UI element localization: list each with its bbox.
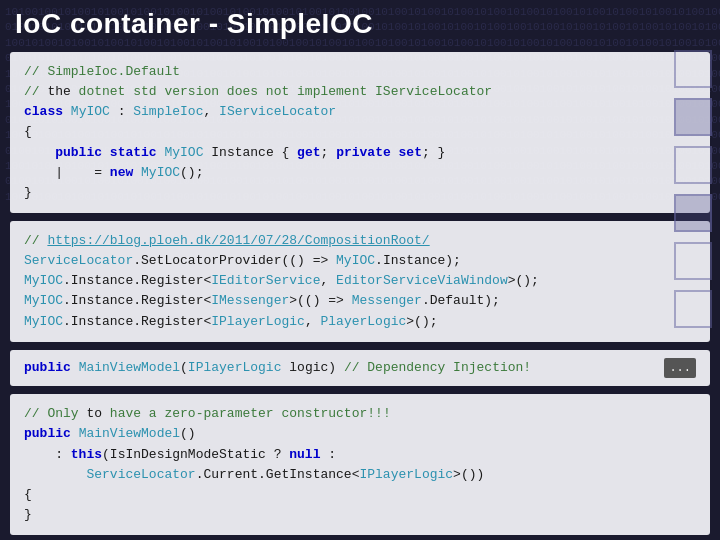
code-line: MyIOC.Instance.Register<IMessenger>(() =… bbox=[24, 291, 696, 311]
code-line: class MyIOC : SimpleIoc, IServiceLocator bbox=[24, 102, 696, 122]
code-line: MyIOC.Instance.Register<IPlayerLogic, Pl… bbox=[24, 312, 696, 332]
code-line: // https://blog.ploeh.dk/2011/07/28/Comp… bbox=[24, 231, 696, 251]
code-line: public MainViewModel() bbox=[24, 424, 696, 444]
code-line: public static MyIOC Instance { get; priv… bbox=[24, 143, 696, 163]
code-block-1: // SimpleIoc.Default // the dotnet std v… bbox=[10, 52, 710, 213]
code-line: // SimpleIoc.Default bbox=[24, 62, 696, 82]
page-title: IoC container - SimpleIOC bbox=[15, 8, 373, 39]
code-line: | = new MyIOC(); bbox=[24, 163, 696, 183]
code-block-2: // https://blog.ploeh.dk/2011/07/28/Comp… bbox=[10, 221, 710, 342]
code-line: ServiceLocator.SetLocatorProvider(() => … bbox=[24, 251, 696, 271]
code-line: // Only to have a zero-parameter constru… bbox=[24, 404, 696, 424]
code-line: { bbox=[24, 485, 696, 505]
code-block-3: // Only to have a zero-parameter constru… bbox=[10, 394, 710, 535]
title-bar: IoC container - SimpleIOC bbox=[0, 0, 720, 52]
deco-square-5 bbox=[674, 242, 712, 280]
deco-square-6 bbox=[674, 290, 712, 328]
code-line: { bbox=[24, 122, 696, 142]
code-line: MyIOC.Instance.Register<IEditorService, … bbox=[24, 271, 696, 291]
deco-square-2 bbox=[674, 98, 712, 136]
inline-code-text: public MainViewModel(IPlayerLogic logic)… bbox=[24, 358, 531, 378]
side-decorations bbox=[665, 0, 720, 540]
code-line: } bbox=[24, 183, 696, 203]
code-line: : this(IsInDesignModeStatic ? null : bbox=[24, 445, 696, 465]
deco-square-4 bbox=[674, 194, 712, 232]
main-content: IoC container - SimpleIOC // SimpleIoc.D… bbox=[0, 0, 720, 535]
deco-square-3 bbox=[674, 146, 712, 184]
deco-square-1 bbox=[674, 50, 712, 88]
code-line: // the dotnet std version does not imple… bbox=[24, 82, 696, 102]
code-block-inline: public MainViewModel(IPlayerLogic logic)… bbox=[10, 350, 710, 387]
code-line: } bbox=[24, 505, 696, 525]
code-line: ServiceLocator.Current.GetInstance<IPlay… bbox=[24, 465, 696, 485]
